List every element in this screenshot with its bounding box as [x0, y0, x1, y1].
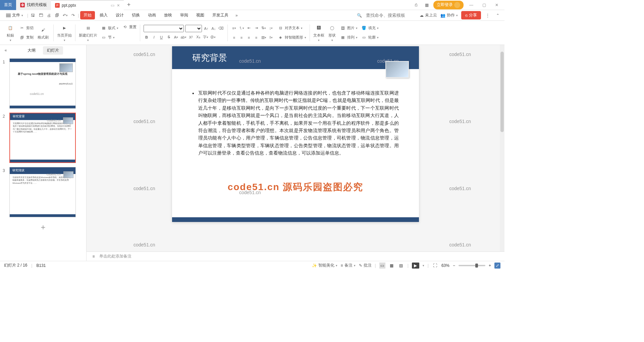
more-menus-icon[interactable]: »: [233, 12, 240, 19]
cloud-sync-button[interactable]: ☁未上云: [420, 12, 437, 18]
menu-review[interactable]: 审阅: [177, 11, 192, 19]
menu-animation[interactable]: 动画: [145, 11, 159, 19]
add-tab-button[interactable]: +: [124, 1, 134, 8]
align-justify-icon[interactable]: ≡: [253, 35, 259, 41]
zoom-out-icon[interactable]: −: [453, 263, 455, 268]
text-dir-icon[interactable]: ⇅▾: [261, 25, 267, 31]
search-input[interactable]: [366, 13, 416, 18]
superscript-icon[interactable]: X²: [188, 34, 194, 40]
maximize-button[interactable]: ▢: [479, 0, 489, 10]
font-color-icon[interactable]: A▾: [173, 34, 179, 40]
close-window-button[interactable]: ✕: [492, 0, 502, 10]
collapse-ribbon-icon[interactable]: ⌃: [494, 12, 501, 19]
indent-dec-icon[interactable]: ⇤: [246, 25, 252, 31]
print-icon[interactable]: 🖨: [46, 12, 52, 19]
text-effect-icon[interactable]: ⦿▾: [210, 34, 216, 40]
distribute-icon[interactable]: ⫴▾: [268, 35, 274, 41]
login-button[interactable]: 立即登录: [433, 1, 464, 9]
outline-tab[interactable]: 大纲: [23, 46, 40, 55]
bold-icon[interactable]: B: [144, 34, 150, 40]
columns-icon[interactable]: ▥▾: [261, 35, 267, 41]
copy-button[interactable]: 🗐复制: [17, 34, 35, 42]
menu-insert[interactable]: 插入: [96, 11, 111, 19]
fullscreen-icon[interactable]: ⤢: [494, 263, 500, 269]
collab-button[interactable]: 👥协作▾: [440, 12, 458, 18]
beautify-button[interactable]: ✨智能美化▾: [312, 263, 337, 268]
reading-mode-icon[interactable]: ⎙: [412, 1, 420, 9]
collapse-panel-icon[interactable]: «: [3, 47, 9, 53]
fontsize-select[interactable]: [185, 25, 202, 32]
slideshow-button[interactable]: ▶: [412, 263, 419, 269]
comments-toggle[interactable]: ✎批注: [359, 263, 372, 268]
minimize-button[interactable]: —: [466, 0, 476, 10]
outline-button[interactable]: ▭轮廓▾: [360, 34, 380, 42]
reading-view-icon[interactable]: ▤: [398, 263, 404, 269]
zoom-in-icon[interactable]: +: [489, 263, 491, 268]
tab-file[interactable]: P ppt.pptx ▭ ×: [51, 0, 124, 10]
subscript-icon[interactable]: X₂: [195, 34, 201, 40]
smart-graphic-button[interactable]: ◈转智能图形▾: [276, 34, 308, 42]
slide-canvas[interactable]: 研究背景 code51.cn code51.cn • 互联网时代不仅仅是通过各种…: [172, 46, 419, 222]
cut-button[interactable]: ✂剪切: [17, 24, 35, 32]
save-icon[interactable]: 🖫: [30, 12, 36, 19]
menu-view[interactable]: 视图: [193, 11, 208, 19]
tab-templates[interactable]: ❖ 找稻壳模板: [16, 0, 51, 10]
zoom-slider[interactable]: [459, 265, 485, 266]
undo-icon[interactable]: ↶▾: [62, 12, 68, 19]
picture-button[interactable]: 🖼图片▾: [338, 24, 359, 32]
quick-access-icon[interactable]: 🗐: [54, 12, 60, 19]
fit-icon[interactable]: ⛶: [432, 263, 438, 269]
italic-icon[interactable]: I: [151, 34, 157, 40]
underline-icon[interactable]: U: [158, 34, 164, 40]
slide-thumb-2[interactable]: 研究背景 互联网时代不仅仅是通过各种各样的电脑进行网络连接的时代，也包含了移动终…: [9, 113, 76, 163]
indent-inc-icon[interactable]: ⇥: [253, 25, 259, 31]
close-tab-icon[interactable]: ×: [117, 3, 120, 8]
layout-button[interactable]: ▦版式▾: [99, 24, 120, 32]
highlight-icon[interactable]: ab▾: [180, 34, 186, 40]
align-center-icon[interactable]: ≡: [238, 35, 245, 41]
shape-button[interactable]: ◯形状▾: [326, 23, 338, 42]
menu-devtools[interactable]: 开发工具: [209, 11, 232, 19]
reset-button[interactable]: ⟲重置: [120, 23, 138, 31]
align-left-icon[interactable]: ≡: [231, 35, 237, 41]
apps-icon[interactable]: ▦: [423, 1, 431, 9]
notes-toggle[interactable]: ≡备注▾: [341, 263, 356, 268]
align-text-button[interactable]: ⊟对齐文本▾: [276, 24, 308, 32]
notes-bar[interactable]: ≡ 单击此处添加备注: [87, 251, 504, 261]
format-painter-button[interactable]: 🖌格式刷: [36, 25, 50, 40]
redo-icon[interactable]: ↷: [70, 12, 76, 19]
print-preview-icon[interactable]: 🗔: [38, 12, 44, 19]
kebab-icon[interactable]: ⋮: [484, 12, 491, 19]
add-slide-button[interactable]: +: [3, 221, 84, 233]
font-select[interactable]: [144, 25, 184, 32]
from-current-button[interactable]: ▶当页开始▾: [56, 23, 73, 42]
menu-slideshow[interactable]: 放映: [161, 11, 175, 19]
section-button[interactable]: ▭节▾: [99, 34, 120, 42]
fill-button[interactable]: 🪣填充▾: [360, 24, 380, 32]
slides-tab[interactable]: 幻灯片: [43, 46, 63, 55]
bullets-icon[interactable]: ≡▾: [231, 25, 237, 31]
sorter-view-icon[interactable]: ▦: [389, 263, 395, 269]
file-menu[interactable]: 文件 ▾: [3, 12, 26, 18]
numbering-icon[interactable]: ⒈▾: [238, 25, 245, 31]
typography-icon[interactable]: 字▾: [203, 34, 209, 40]
menu-start[interactable]: 开始: [80, 11, 95, 19]
new-slide-button[interactable]: ▤新建幻灯片▾: [77, 23, 99, 42]
menu-design[interactable]: 设计: [112, 11, 127, 19]
normal-view-icon[interactable]: ▭: [379, 263, 385, 269]
increase-font-icon[interactable]: A↑: [203, 25, 209, 32]
line-spacing-icon[interactable]: ↕▾: [268, 25, 274, 31]
textbox-button[interactable]: 🅰文本框▾: [312, 23, 326, 42]
vertical-scrollbar[interactable]: [500, 45, 504, 251]
share-button[interactable]: ⎋分享: [461, 11, 481, 19]
window-icon[interactable]: ▭: [110, 3, 115, 8]
clear-format-icon[interactable]: ⌫: [218, 25, 224, 32]
align-right-icon[interactable]: ≡: [246, 35, 252, 41]
slide-thumb-3[interactable]: 研究现状 当前软件开发主流操作系统还是Windows操作系统，虽然现在移动端越来…: [9, 167, 76, 217]
paste-button[interactable]: 📋粘贴▾: [5, 23, 16, 42]
arrange-button[interactable]: ▦排列▾: [338, 34, 359, 42]
tab-home[interactable]: 首页: [0, 0, 16, 10]
menu-transition[interactable]: 切换: [128, 11, 143, 19]
decrease-font-icon[interactable]: A↓: [211, 25, 217, 32]
slide-thumb-1[interactable]: 基于spring boot物流管理系统设计与实现 code51.cn 2023年…: [9, 58, 76, 109]
